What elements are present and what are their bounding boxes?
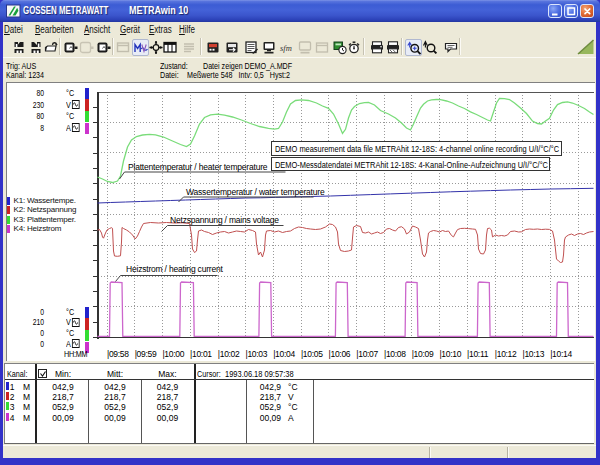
status-bar xyxy=(3,445,596,458)
chart-panel: 80°C230V80°C8A0°C210V0°C0AK1: Wassertemp… xyxy=(6,82,595,361)
time-label-1004: |10:04 xyxy=(273,349,295,359)
maximize-button[interactable] xyxy=(564,4,578,18)
title-bar[interactable]: GOSSEN METRAWATT METRAwin 10 xyxy=(0,0,600,22)
toolbar-button-protocol[interactable] xyxy=(243,39,260,56)
table-row-channel: 2 xyxy=(10,392,15,402)
file-label: Datei: xyxy=(160,69,179,80)
table-cell-unit: V xyxy=(288,392,294,402)
table-cell-cursor: 042,9 xyxy=(241,382,281,392)
menu-item-extras[interactable]: Extras xyxy=(149,24,172,35)
toolbar-button-zoom-in[interactable] xyxy=(405,39,422,56)
axis-value-top-0: 80 xyxy=(20,88,44,98)
toolbar-button-table[interactable] xyxy=(162,39,179,56)
close-button[interactable] xyxy=(580,4,594,18)
annotation-leader-line xyxy=(119,172,285,179)
toolbar-separator xyxy=(59,38,61,55)
export-gray-icon xyxy=(78,39,94,55)
axis-unit-bottom-0: °C xyxy=(66,307,74,317)
ac-symbol-icon xyxy=(72,318,80,327)
menu-item-ansicht[interactable]: Ansicht xyxy=(84,24,110,35)
axis-unit-top-0: °C xyxy=(66,88,74,98)
table-cell-cursor: 218,7 xyxy=(241,392,281,402)
legend-label-1: K1: Wassertempe. xyxy=(14,196,76,205)
toolbar-button-timer[interactable] xyxy=(346,39,363,56)
time-label-0958: |09:58 xyxy=(107,349,129,359)
table-cell-unit: °C xyxy=(288,402,298,412)
axis-unit-top-3: A xyxy=(66,123,80,133)
table-cell-min: 218,7 xyxy=(43,392,83,402)
close-icon xyxy=(581,5,595,19)
time-label-0959: |09:59 xyxy=(135,349,157,359)
scale-colorbar-top-segment xyxy=(85,99,89,110)
toolbar-button-zoom-mode[interactable] xyxy=(422,39,439,56)
toolbar-button-open-file[interactable] xyxy=(43,39,60,56)
menu-item-datei[interactable]: Datei xyxy=(4,24,23,35)
table-row-chip-1 xyxy=(6,382,9,390)
toolbar-button-channels-av[interactable] xyxy=(132,39,149,56)
toolbar-button-monitor[interactable] xyxy=(261,39,278,56)
toolbar-button-printer2[interactable] xyxy=(385,39,402,56)
svg-text:sfm: sfm xyxy=(280,42,292,52)
axis-unit-top-2: °C xyxy=(66,111,74,121)
ac-symbol-icon xyxy=(72,123,80,132)
toolbar-button-printer[interactable] xyxy=(369,39,386,56)
toolbar-button-export-window[interactable] xyxy=(62,39,79,56)
time-label-1003: |10:03 xyxy=(246,349,268,359)
comment-icon xyxy=(443,39,459,55)
meter-file-icon xyxy=(11,39,27,55)
toolbar-separator xyxy=(459,38,461,55)
app-title: GOSSEN METRAWATT xyxy=(23,5,108,16)
toolbar-button-import-window[interactable] xyxy=(95,39,112,56)
sfm-icon: sfm xyxy=(279,39,295,55)
list-gray-icon xyxy=(181,39,197,55)
table-header-max: Max: xyxy=(147,369,187,379)
minimize-button[interactable] xyxy=(548,4,562,18)
channels-av-icon xyxy=(133,40,149,56)
curve-annotation-4: Heizstrom / heating current xyxy=(126,264,223,274)
table-row-chip-2 xyxy=(6,392,9,400)
demo-annotation-text-1: DEMO measurement data file METRAhit 12-1… xyxy=(275,144,559,154)
table-cell-min: 00,09 xyxy=(43,413,83,423)
table-cell-mitt: 052,9 xyxy=(95,402,135,412)
legend-chip-1 xyxy=(7,197,10,205)
axis-value-bottom-1: 210 xyxy=(20,317,44,327)
open-file-icon xyxy=(43,39,59,55)
toolbar-button-monitor-gray xyxy=(297,39,314,56)
toolbar: sfm xyxy=(3,36,596,58)
time-label-1006: |10:06 xyxy=(329,349,351,359)
toolbar-button-device-config[interactable] xyxy=(205,39,222,56)
toolbar-button-sfm[interactable]: sfm xyxy=(279,39,296,56)
table-cell-min: 052,9 xyxy=(43,402,83,412)
device-read-icon xyxy=(224,39,240,55)
table-column-separator xyxy=(35,364,37,443)
demo-annotation-text-2: DEMO-Messdatendatei METRAhit 12-18S: 4-K… xyxy=(275,160,548,170)
time-label-1010: |10:10 xyxy=(439,349,461,359)
ac-symbol-icon xyxy=(72,339,80,348)
table-icon xyxy=(162,39,178,55)
chart-plot[interactable] xyxy=(7,83,595,361)
table-cell-unit: A xyxy=(288,413,294,423)
meter-file2-icon xyxy=(28,39,44,55)
toolbar-button-comment[interactable] xyxy=(443,39,460,56)
time-label-1005: |10:05 xyxy=(301,349,323,359)
toolbar-button-device-read[interactable] xyxy=(224,39,241,56)
axis-unit-bottom-1: V xyxy=(66,317,80,327)
measurement-status-panel: Trig: AUS Kanal: 1234 Zustand: Datei zei… xyxy=(3,59,596,82)
table-cell-max: 218,7 xyxy=(147,392,187,402)
toolbar-button-meter-file[interactable] xyxy=(11,39,28,56)
table-cell-cursor: 052,9 xyxy=(241,402,281,412)
axis-value-top-1: 230 xyxy=(20,100,44,110)
menu-item-bearbeiten[interactable]: Bearbeiten xyxy=(35,24,74,35)
menu-item-hilfe[interactable]: Hilfe xyxy=(179,24,195,35)
curve-k1-wassertemperatur xyxy=(97,188,593,203)
axis-unit-bottom-3: A xyxy=(66,339,80,349)
toolbar-button-window-gray xyxy=(314,39,331,56)
table-row-mode: M xyxy=(23,402,30,412)
legend-label-2: K2: Netzspannung xyxy=(14,205,77,214)
table-cell-max: 042,9 xyxy=(147,382,187,392)
time-axis-format-label: HH:MM xyxy=(64,349,87,359)
menu-item-gerat[interactable]: Gerät xyxy=(120,24,140,35)
toolbar-separator xyxy=(363,38,365,55)
time-label-1001: |10:01 xyxy=(190,349,212,359)
printer-icon xyxy=(369,39,385,55)
